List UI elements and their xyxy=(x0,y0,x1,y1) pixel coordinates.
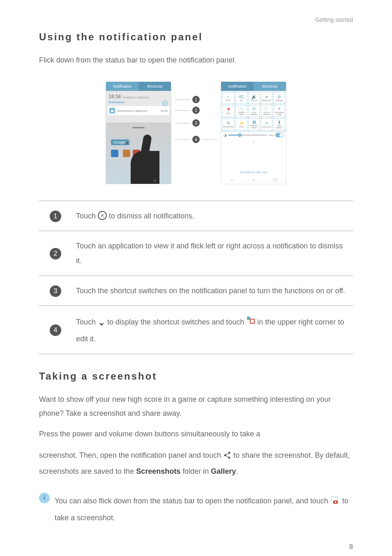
recent-icon: ☐ xyxy=(273,178,277,182)
shortcut-ultra-battery: ▮Ultra battery xyxy=(273,118,285,130)
badge-3: 3 xyxy=(50,285,61,297)
dismiss-icon: × xyxy=(98,211,107,220)
shortcut-bluetooth: ∗Bluetooth xyxy=(261,92,273,104)
tip-block: i You can also flick down from the statu… xyxy=(39,493,353,527)
tab-notification: Notification xyxy=(106,82,138,91)
intro-text: Flick down from the status bar to open t… xyxy=(39,53,353,67)
legend-row-2: 2 Touch an application to view it and fl… xyxy=(39,231,353,276)
shortcut-screenshot: ⧉Screenshot xyxy=(222,118,235,130)
chevron-up-icon: ⌵ xyxy=(221,139,286,144)
shortcut-gps: 📍GPS xyxy=(222,105,235,117)
share-icon xyxy=(223,448,231,465)
shortcut-4g: 4G4G xyxy=(235,92,247,104)
auto-label: Auto xyxy=(269,134,274,137)
shortcut-suspend-button: ▦Suspend button xyxy=(248,118,260,130)
svg-line-5 xyxy=(226,453,228,455)
screenshot-para-1: Want to show off your new high score in … xyxy=(39,392,353,420)
legend-table: 1 Touch × to dismiss all notifications. … xyxy=(39,201,353,354)
notification-time: 18:34 xyxy=(160,109,168,112)
mic-icon: 🎤 xyxy=(125,140,130,144)
tab-shortcuts: Shortcuts xyxy=(254,82,286,91)
brightness-icon: ◑ xyxy=(224,133,227,137)
phone-left: Notification Shortcuts 18:34 THURSDAY 16… xyxy=(106,81,171,184)
legend-row-1: 1 Touch × to dismiss all notifications. xyxy=(39,201,353,231)
nav-bar: ← ⌂ xyxy=(106,178,171,182)
phone-right: Notification Shortcuts ≈Wi-Fi4G4G🔊Sound∗… xyxy=(221,81,286,184)
legend-row-3: 3 Touch the shortcut switches on the not… xyxy=(39,276,353,306)
screenshot-para-3: screenshot. Then, open the notification … xyxy=(39,447,353,478)
home-icon: ⌂ xyxy=(252,178,255,182)
chevron-down-icon: ⌄ xyxy=(98,313,105,331)
auto-toggle xyxy=(275,133,284,137)
notification-text: Screenshot captured. xyxy=(117,109,148,113)
shortcut-settings: ⚙Settings xyxy=(273,92,285,104)
shortcut-mobile-data: ↑↓Mobile data xyxy=(235,105,247,117)
nav-bar: ← ⌂ ☐ xyxy=(221,178,286,182)
clock-date: THURSDAY 16/10/2014 xyxy=(122,96,149,99)
brightness-slider: ◑ Auto xyxy=(221,131,286,139)
shortcut-torch: ⚡Torch xyxy=(235,118,247,130)
drag-handle xyxy=(132,127,145,128)
section-header: Getting started xyxy=(39,16,353,23)
screenshot-icon xyxy=(330,496,340,505)
badge-2: 2 xyxy=(50,248,61,259)
svg-point-3 xyxy=(224,454,226,456)
heading-notification-panel: Using the notification panel xyxy=(39,31,353,43)
back-icon: ← xyxy=(230,178,234,182)
play-store-icon xyxy=(111,150,118,157)
page-number: 8 xyxy=(39,543,353,551)
badge-1: 1 xyxy=(50,211,61,222)
svg-point-2 xyxy=(228,452,231,454)
themes-icon xyxy=(123,150,130,157)
home-icon: ⌂ xyxy=(154,178,156,182)
screenshot-para-2: Press the power and volume down buttons … xyxy=(39,427,353,441)
shortcut-aeroplane-mode: ✈Aeroplane mode xyxy=(273,105,285,117)
svg-point-9 xyxy=(334,501,336,503)
dismiss-all-icon: × xyxy=(162,101,168,106)
notifications-label: Notifications xyxy=(108,101,168,104)
shortcut-auto-rotate: ⊘Auto Rotate xyxy=(248,105,260,117)
tab-notification: Notification xyxy=(221,82,254,91)
tab-shortcuts: Shortcuts xyxy=(138,82,171,91)
legend-row-4: 4 Touch ⌄ to display the shortcut switch… xyxy=(39,306,353,354)
google-search: Google🎤 xyxy=(111,139,129,145)
image-icon: ▣ xyxy=(109,108,115,114)
illustration: Notification Shortcuts 18:34 THURSDAY 16… xyxy=(39,81,353,184)
edit-icon xyxy=(246,314,255,329)
badge-4: 4 xyxy=(50,324,61,336)
notification-item: ▣ Screenshot captured. 18:34 xyxy=(108,106,169,115)
svg-point-4 xyxy=(228,456,231,459)
svg-rect-1 xyxy=(250,319,254,323)
shortcut-sound: 🔊Sound xyxy=(248,92,260,104)
clock-time: 18:34 xyxy=(108,94,121,100)
svg-rect-0 xyxy=(247,317,250,320)
heading-screenshot: Taking a screenshot xyxy=(39,371,353,382)
shortcut-do-not-disturb: ☾Do not disturb xyxy=(261,105,273,117)
svg-line-6 xyxy=(226,456,228,457)
info-icon: i xyxy=(39,493,50,503)
callout-numbers: 1 2 3 4 xyxy=(171,81,221,158)
shortcut-wi-fi: ≈Wi-Fi xyxy=(222,92,235,104)
back-icon: ← xyxy=(120,178,125,182)
shortcut-auto-sync: ↻Auto-sync xyxy=(261,118,273,130)
emergency-calls: Emergency calls only xyxy=(221,171,286,174)
